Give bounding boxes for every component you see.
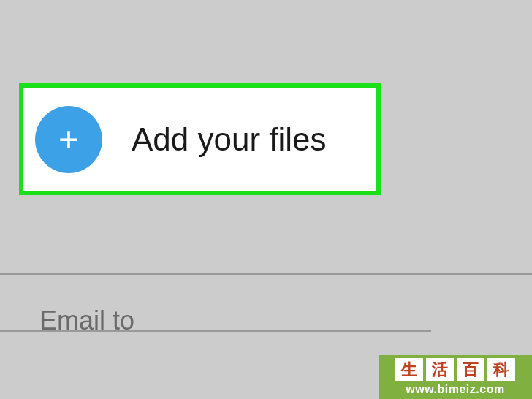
watermark-char: 活	[426, 358, 454, 381]
watermark-char: 生	[395, 358, 423, 381]
email-to-section: Email to	[0, 273, 532, 355]
input-underline	[0, 330, 431, 332]
watermark-badge: 生 活 百 科 www.bimeiz.com	[379, 355, 532, 399]
plus-icon: +	[35, 106, 102, 173]
watermark-title: 生 活 百 科	[395, 358, 515, 381]
watermark-char: 百	[457, 358, 484, 381]
plus-glyph: +	[58, 122, 79, 157]
watermark-char: 科	[487, 358, 515, 381]
watermark-url: www.bimeiz.com	[406, 383, 504, 396]
add-files-label: Add your files	[132, 121, 327, 158]
add-files-button[interactable]: + Add your files	[19, 83, 381, 195]
